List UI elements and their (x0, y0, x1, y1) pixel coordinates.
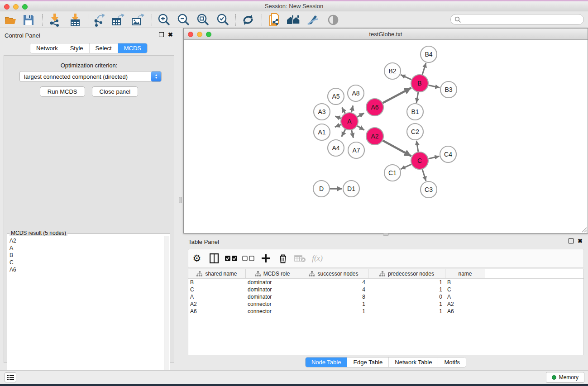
delete-row-icon[interactable] (274, 249, 292, 267)
edge-A-A4[interactable] (342, 129, 345, 137)
node-A3[interactable]: A3 (314, 104, 330, 120)
mcds-result-item[interactable]: A2 (10, 237, 164, 244)
node-A6[interactable]: A6 (366, 99, 383, 116)
cell-shared-name[interactable]: A (188, 294, 246, 300)
show-graphics-details-icon[interactable] (326, 13, 340, 27)
cell-shared-name[interactable]: A2 (188, 301, 246, 307)
resize-grip-icon[interactable] (581, 226, 587, 233)
cell-successor-nodes[interactable]: 1 (299, 308, 368, 315)
node-A8[interactable]: A8 (348, 85, 364, 101)
node-C4[interactable]: C4 (440, 146, 456, 162)
cell-MCDS-role[interactable]: dominator (246, 286, 299, 293)
column-header-shared-name[interactable]: shared name (188, 269, 246, 278)
tab-edge-table[interactable]: Edge Table (347, 357, 389, 367)
tab-network-table[interactable]: Network Table (389, 357, 438, 367)
network-window-titlebar[interactable]: testGlobe.txt (184, 29, 588, 40)
apply-layout-icon[interactable] (241, 13, 255, 27)
edge-B-B3[interactable] (429, 85, 440, 87)
cell-successor-nodes[interactable]: 1 (299, 301, 368, 307)
import-table-icon[interactable] (68, 13, 82, 27)
edge-C-C3[interactable] (422, 169, 426, 181)
edge-A2-C[interactable] (383, 141, 411, 156)
cell-name[interactable]: C (445, 286, 485, 293)
node-A7[interactable]: A7 (348, 142, 364, 158)
node-B1[interactable]: B1 (407, 104, 423, 120)
edge-A-A3[interactable] (335, 116, 341, 118)
zoom-in-icon[interactable] (157, 13, 171, 27)
network-graph[interactable]: AA1A2A3A4A5A6A7A8BB1B2B3B4CC1C2C3C4DD1 (184, 40, 588, 234)
node-C3[interactable]: C3 (421, 181, 437, 198)
search-input[interactable] (461, 16, 583, 23)
edge-B-B2[interactable] (401, 75, 411, 80)
add-row-icon[interactable] (257, 249, 274, 267)
column-settings-icon[interactable]: ⚙ (188, 249, 206, 267)
open-file-icon[interactable] (4, 13, 17, 27)
node-C2[interactable]: C2 (407, 124, 423, 140)
edge-A6-B[interactable] (383, 88, 411, 103)
close-panel-icon[interactable]: ✖ (168, 32, 173, 37)
export-network-icon[interactable] (92, 13, 106, 27)
node-D1[interactable]: D1 (343, 181, 359, 197)
cell-MCDS-role[interactable]: dominator (246, 279, 299, 286)
edge-B-B1[interactable] (416, 92, 418, 103)
cell-name[interactable]: A2 (445, 301, 485, 307)
node-A1[interactable]: A1 (314, 124, 330, 140)
column-header-successor-nodes[interactable]: successor nodes (299, 269, 368, 278)
node-D[interactable]: D (313, 181, 330, 197)
close-panel-button[interactable]: Close panel (92, 86, 139, 97)
node-A5[interactable]: A5 (328, 88, 344, 105)
edge-C-C1[interactable] (401, 164, 411, 169)
delete-table-icon[interactable] (292, 249, 309, 267)
search-box[interactable] (450, 14, 584, 25)
column-header-predecessor-nodes[interactable]: predecessor nodes (368, 269, 445, 278)
node-B[interactable]: B (411, 75, 428, 92)
node-B3[interactable]: B3 (440, 81, 457, 98)
zoom-out-icon[interactable] (177, 13, 190, 27)
cell-MCDS-role[interactable]: connector (246, 301, 299, 307)
fit-columns-icon[interactable] (206, 249, 223, 267)
close-table-panel-icon[interactable]: ✖ (578, 238, 583, 243)
cell-successor-nodes[interactable]: 8 (299, 294, 368, 300)
run-mcds-button[interactable]: Run MCDS (40, 86, 85, 97)
mcds-result-scrollbar[interactable] (164, 236, 169, 384)
node-B2[interactable]: B2 (384, 63, 401, 79)
table-row[interactable]: Bdominator41B (188, 279, 583, 286)
edge-B-B4[interactable] (422, 63, 426, 75)
tab-select[interactable]: Select (90, 43, 118, 53)
tab-motifs[interactable]: Motifs (438, 357, 466, 367)
mcds-result-item[interactable]: A (10, 244, 164, 252)
tab-mcds[interactable]: MCDS (118, 43, 147, 53)
vertical-splitter[interactable] (177, 28, 183, 370)
cell-MCDS-role[interactable]: dominator (246, 294, 299, 300)
import-network-icon[interactable] (48, 13, 62, 27)
splitter-handle[interactable] (179, 197, 182, 203)
node-A2[interactable]: A2 (366, 128, 383, 145)
table-row[interactable]: Adominator80A (188, 293, 583, 300)
table-row[interactable]: Cdominator41C (188, 286, 583, 293)
cell-name[interactable]: B (445, 279, 485, 286)
network-canvas[interactable]: AA1A2A3A4A5A6A7A8BB1B2B3B4CC1C2C3C4DD1 (184, 40, 588, 233)
edge-C-C4[interactable] (429, 156, 440, 158)
cell-successor-nodes[interactable]: 4 (299, 286, 368, 293)
node-A[interactable]: A (341, 113, 358, 130)
node-A4[interactable]: A4 (328, 140, 344, 156)
task-history-button[interactable] (5, 372, 16, 382)
cell-name[interactable]: A6 (445, 308, 485, 315)
float-table-panel-icon[interactable] (569, 238, 574, 243)
cell-shared-name[interactable]: A6 (188, 308, 246, 315)
node-C[interactable]: C (411, 152, 428, 169)
edge-A-A7[interactable] (352, 130, 354, 138)
export-image-icon[interactable] (131, 13, 144, 27)
mcds-result-item[interactable]: B (10, 252, 164, 259)
cell-predecessor-nodes[interactable]: 1 (368, 301, 445, 307)
column-header-MCDS-role[interactable]: MCDS role (246, 269, 299, 278)
mcds-result-item[interactable]: C (10, 259, 164, 266)
mcds-result-item[interactable]: A6 (10, 266, 164, 273)
edge-A-A2[interactable] (357, 126, 364, 130)
criterion-dropdown[interactable]: largest connected component (directed) ▲… (19, 71, 162, 82)
cell-shared-name[interactable]: C (188, 286, 246, 293)
zoom-selected-icon[interactable] (216, 13, 229, 27)
deselect-all-icon[interactable] (240, 249, 257, 267)
save-session-icon[interactable] (22, 13, 35, 27)
tab-style[interactable]: Style (64, 43, 90, 53)
